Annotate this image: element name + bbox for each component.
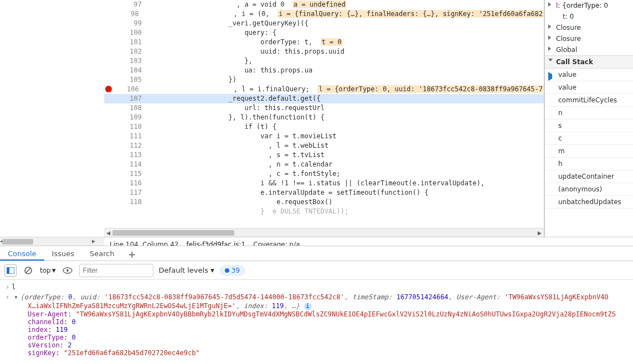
sidebar-toggle-icon[interactable] xyxy=(4,264,17,277)
live-expression-icon[interactable] xyxy=(61,264,74,277)
code-line-102[interactable]: 102 uuid: this.props.uuid xyxy=(104,47,544,56)
svg-line-3 xyxy=(26,268,30,273)
stack-frame-1[interactable]: value xyxy=(545,81,633,94)
filter-input[interactable] xyxy=(79,264,153,277)
stack-frame-3[interactable]: n xyxy=(545,107,633,119)
console-input-line[interactable]: ›l xyxy=(6,282,616,292)
code-line-106[interactable]: 106 , l = i.finalQuery; l = {orderType: … xyxy=(104,85,544,94)
top-panels: 97 , a = void 0 a = undefined 98 , i = (… xyxy=(0,0,633,237)
code-line-109[interactable]: 109 }, l).then(function(t) { xyxy=(104,113,544,122)
code-line-105[interactable]: 105 }) xyxy=(104,75,544,85)
code-line-118[interactable]: 118 e.requestBox() xyxy=(104,197,544,207)
scope-var-l[interactable]: l: {orderType: 0 xyxy=(545,0,633,11)
source-editor: 97 , a = void 0 a = undefined 98 , i = (… xyxy=(104,0,544,237)
console-toolbar: top ▼ Default levels ▼ 39 xyxy=(0,261,633,280)
svg-point-5 xyxy=(66,269,69,272)
scope-closure-2[interactable]: Closure xyxy=(545,33,633,44)
add-tab-button[interactable]: + xyxy=(122,246,142,261)
context-selector[interactable]: top ▼ xyxy=(40,267,56,274)
obj-prop-sversion[interactable]: sVersion: 2 xyxy=(6,341,616,349)
scope-closure-1[interactable]: Closure xyxy=(545,22,633,33)
console-body[interactable]: ›l ‹ ▾ {orderType: 0, uuid: '18673fcc542… xyxy=(0,280,633,359)
code-line-114[interactable]: 114 , n = t.calendar xyxy=(104,160,544,169)
code-line-111[interactable]: 111 var i = t.movieList xyxy=(104,132,544,141)
stack-frame-5[interactable]: c xyxy=(545,132,633,145)
stack-frame-7[interactable]: h xyxy=(545,158,633,170)
code-line-117[interactable]: 117 e.intervalUpdate = setTimeout(functi… xyxy=(104,188,544,197)
obj-prop-signkey[interactable]: signKey: "251efd60a6fa682b45d702720ec4e9… xyxy=(6,349,616,357)
code-line-108[interactable]: 108 url: this.requestUrl xyxy=(104,103,544,113)
obj-prop-index[interactable]: index: 119 xyxy=(6,326,616,334)
obj-prop-channelid[interactable]: channelId: 0 xyxy=(6,318,616,326)
info-icon[interactable]: i xyxy=(304,303,312,310)
code-horizontal-scrollbar[interactable]: ◀ ▶ xyxy=(104,228,544,237)
code-line-99[interactable]: 99 _veri.getQueryKey)({ xyxy=(104,19,544,28)
code-scroll[interactable]: 97 , a = void 0 a = undefined 98 , i = (… xyxy=(104,0,544,228)
code-line-101[interactable]: 101 orderType: t, t = 0 xyxy=(104,38,544,47)
clear-console-icon[interactable] xyxy=(22,264,34,277)
scope-var-t[interactable]: t: 0 xyxy=(545,11,633,22)
stack-frame-2[interactable]: commitLifeCycles xyxy=(545,94,633,107)
console-object-preview[interactable]: ‹ ▾ {orderType: 0, uuid: '18673fcc542c8-… xyxy=(6,292,616,302)
code-line-110[interactable]: 110 if (t) { xyxy=(104,122,544,132)
stack-frame-8[interactable]: updateContainer xyxy=(545,170,633,183)
code-line-100[interactable]: 100 query: { xyxy=(104,28,544,38)
devtools-root: 97 , a = void 0 a = undefined 98 , i = (… xyxy=(0,0,633,364)
tab-search[interactable]: Search xyxy=(82,246,122,261)
call-stack-header[interactable]: Call Stack xyxy=(545,55,633,69)
code-line-107[interactable]: 107 _request2.default.get({ xyxy=(104,94,544,103)
breakpoint-icon[interactable] xyxy=(105,86,112,92)
obj-prop-ordertype[interactable]: orderType: 0 xyxy=(6,334,616,341)
obj-prop-user-agent[interactable]: User-Agent: "TW96aWxsYS81LjAgKExpbnV4OyB… xyxy=(6,310,616,318)
tab-console[interactable]: Console xyxy=(0,246,44,261)
scope-global[interactable]: Global xyxy=(545,44,633,55)
tab-issues[interactable]: Issues xyxy=(44,246,82,261)
svg-rect-1 xyxy=(7,267,9,274)
debugger-sidebar: l: {orderType: 0 t: 0 Closure Closure Gl… xyxy=(544,0,633,237)
code-line-98[interactable]: 98 , i = (0, i = {finalQuery: {…}, final… xyxy=(104,9,544,19)
code-line-103[interactable]: 103 }, xyxy=(104,56,544,66)
code-line-104[interactable]: 104 ua: this.props.ua xyxy=(104,66,544,75)
code-line-116[interactable]: 116 i && !1 !== i.status || (clearTimeou… xyxy=(104,179,544,188)
code-line-97[interactable]: 97 , a = void 0 a = undefined xyxy=(104,0,544,9)
stack-frame-6[interactable]: m xyxy=(545,145,633,158)
code-line-112[interactable]: 112 , l = t.webList xyxy=(104,141,544,150)
stack-frame-0[interactable]: value xyxy=(545,69,633,81)
drawer-tabs: Console Issues Search + xyxy=(0,246,633,261)
code-line-119[interactable]: } e DULSE TNTEDVAL)); xyxy=(104,207,544,216)
code-line-113[interactable]: 113 , s = t.tvList xyxy=(104,150,544,160)
issues-badge[interactable]: 39 xyxy=(220,266,245,275)
info-dot-icon xyxy=(225,268,229,273)
log-levels-selector[interactable]: Default levels ▼ xyxy=(159,266,214,274)
stack-frame-10[interactable]: unbatchedUpdates xyxy=(545,196,633,209)
stack-frame-4[interactable]: s xyxy=(545,119,633,132)
code-line-115[interactable]: 115 , c = t.fontStyle; xyxy=(104,169,544,179)
file-tree-scrollbar[interactable]: ◀ ▶ xyxy=(0,237,104,246)
stack-frame-9[interactable]: (anonymous) xyxy=(545,183,633,196)
